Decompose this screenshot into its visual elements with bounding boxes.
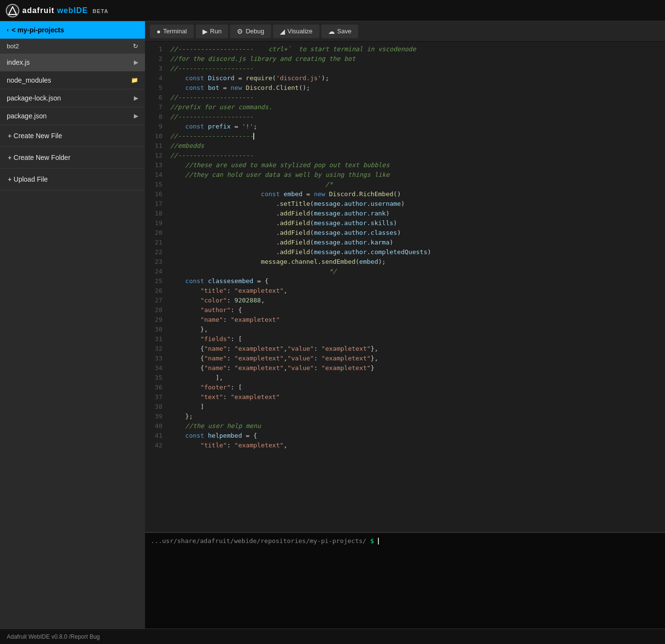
- file-label: package-lock.json: [7, 94, 61, 102]
- logo-text: adafruit webIDE BETA: [22, 6, 109, 15]
- back-chevron-icon: ‹: [7, 27, 9, 33]
- main-layout: ‹ < my-pi-projects bot2 ↻ index.js ▶ nod…: [0, 21, 665, 629]
- terminal-button[interactable]: ● Terminal: [150, 25, 194, 38]
- file-label: index.js: [7, 58, 29, 66]
- file-label: package.json: [7, 112, 47, 120]
- chevron-right-icon: ▶: [134, 59, 138, 66]
- visualize-button[interactable]: ◢ Visualize: [273, 25, 319, 38]
- play-icon: ▶: [202, 28, 208, 35]
- file-item-package-json[interactable]: package.json ▶: [0, 107, 145, 125]
- editor-area: ● Terminal ▶ Run ⚙ Debug ◢ Visualize ☁ S…: [145, 21, 665, 629]
- terminal-line: ...usr/share/adafruit/webide/repositorie…: [151, 537, 659, 545]
- code-editor[interactable]: 1234567891011121314151617181920212223242…: [145, 42, 665, 532]
- code-container: 1234567891011121314151617181920212223242…: [145, 42, 665, 532]
- chevron-right-icon: ▶: [134, 113, 138, 119]
- toolbar: ● Terminal ▶ Run ⚙ Debug ◢ Visualize ☁ S…: [145, 21, 665, 42]
- line-numbers: 1234567891011121314151617181920212223242…: [145, 42, 166, 532]
- statusbar: Adafruit WebIDE v0.8.0 /Report Bug: [0, 629, 665, 644]
- cloud-icon: ☁: [328, 28, 335, 35]
- code-content[interactable]: //-------------------- ctrl+` to start t…: [166, 42, 665, 532]
- terminal-area[interactable]: ...usr/share/adafruit/webide/repositorie…: [145, 532, 665, 629]
- terminal-path: ...usr/share/adafruit/webide/repositorie…: [151, 537, 366, 544]
- terminal-icon: ●: [157, 28, 160, 35]
- gear-icon: ⚙: [237, 28, 243, 35]
- folder-name: bot2: [7, 43, 19, 50]
- project-label: < my-pi-projects: [12, 26, 64, 34]
- upload-file-button[interactable]: + Upload File: [0, 169, 145, 190]
- folder-icon: 📁: [131, 77, 138, 84]
- chart-icon: ◢: [280, 28, 285, 35]
- save-button[interactable]: ☁ Save: [321, 25, 359, 38]
- debug-button[interactable]: ⚙ Debug: [230, 25, 271, 38]
- sidebar: ‹ < my-pi-projects bot2 ↻ index.js ▶ nod…: [0, 21, 145, 629]
- create-new-folder-button[interactable]: + Create New Folder: [0, 147, 145, 169]
- folder-label: node_modules: [7, 76, 51, 84]
- file-item-package-lock[interactable]: package-lock.json ▶: [0, 89, 145, 107]
- logo-area: adafruit webIDE BETA: [6, 4, 109, 17]
- adafruit-logo-icon: [6, 4, 19, 17]
- create-new-file-button[interactable]: + Create New File: [0, 125, 145, 147]
- refresh-icon[interactable]: ↻: [133, 43, 138, 50]
- file-item-node-modules[interactable]: node_modules 📁: [0, 72, 145, 89]
- run-button[interactable]: ▶ Run: [196, 25, 229, 38]
- project-header[interactable]: ‹ < my-pi-projects: [0, 21, 145, 39]
- chevron-right-icon: ▶: [134, 95, 138, 101]
- file-item-indexjs[interactable]: index.js ▶: [0, 54, 145, 72]
- status-text: Adafruit WebIDE v0.8.0 /: [7, 633, 71, 640]
- report-bug-link[interactable]: Report Bug: [71, 633, 100, 640]
- terminal-prompt: $: [370, 537, 378, 544]
- topbar: adafruit webIDE BETA: [0, 0, 665, 21]
- svg-marker-0: [9, 7, 16, 14]
- terminal-cursor: [378, 538, 379, 544]
- folder-bar: bot2 ↻: [0, 39, 145, 54]
